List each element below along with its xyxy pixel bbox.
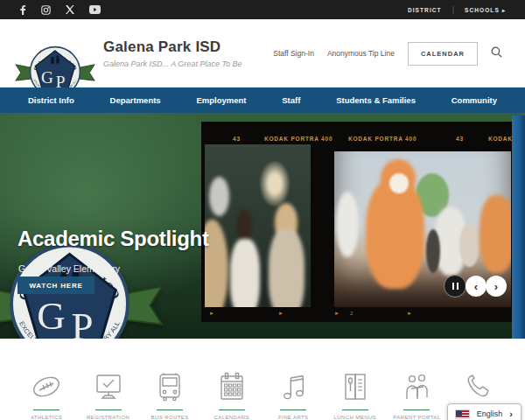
topbar-right: DISTRICT | SCHOOLS▸ bbox=[408, 5, 506, 14]
film-stock-label: KODAK PORTRA 400 bbox=[348, 136, 416, 142]
quicklink-underline bbox=[280, 410, 306, 410]
quicklink-label: FINE ARTS bbox=[278, 415, 309, 420]
quicklink-underline bbox=[95, 410, 122, 410]
film-edge-mark: 2 bbox=[350, 311, 353, 316]
quicklink-label: REGISTRATION bbox=[87, 415, 130, 420]
staff-signin-link[interactable]: Staff Sign-In bbox=[273, 49, 314, 58]
header-actions: Staff Sign-In Anonymous Tip Line CALENDA… bbox=[273, 19, 502, 88]
film-edge-mark: ► bbox=[407, 311, 412, 316]
film-edge-mark: ► bbox=[209, 311, 214, 316]
quicklink-label: PARENT PORTAL bbox=[393, 415, 440, 420]
calendar-icon bbox=[214, 372, 249, 402]
calendar-button[interactable]: CALENDAR bbox=[408, 42, 478, 66]
instagram-icon[interactable] bbox=[41, 5, 51, 15]
quicklink-underline bbox=[157, 410, 183, 410]
quicklink-calendars[interactable]: CALENDARS bbox=[203, 372, 261, 420]
film-stock-label: KODAK PORTRA 400 bbox=[264, 136, 332, 142]
main-navigation: District Info Departments Employment Sta… bbox=[0, 88, 525, 113]
nav-community[interactable]: Community bbox=[452, 95, 497, 105]
nav-district-info[interactable]: District Info bbox=[28, 95, 74, 105]
site-header: Galena Park ISD G P EXCELLENCE IN ALL, F… bbox=[0, 19, 525, 88]
film-frame-number: 43 bbox=[456, 136, 464, 142]
chevron-right-icon: › bbox=[494, 281, 498, 292]
monitor-check-icon bbox=[91, 372, 126, 402]
quicklink-fine-arts[interactable]: FINE ARTS bbox=[264, 372, 322, 420]
chevron-left-icon: ‹ bbox=[474, 281, 478, 292]
quicklink-label: CALENDARS bbox=[214, 415, 249, 420]
top-utility-bar: DISTRICT | SCHOOLS▸ bbox=[0, 0, 525, 19]
quicklink-underline bbox=[403, 410, 430, 410]
quicklink-lunch-menus[interactable]: LUNCH MENUS bbox=[326, 372, 384, 420]
carousel-pause-button[interactable] bbox=[444, 275, 466, 298]
quicklink-parent-portal[interactable]: PARENT PORTAL bbox=[388, 372, 445, 420]
chevron-right-icon: › bbox=[509, 409, 513, 419]
students-icon bbox=[399, 372, 434, 402]
film-stock-label: KODAK PO bbox=[488, 136, 512, 142]
quicklink-bus-routes[interactable]: BUS ROUTES bbox=[141, 372, 199, 420]
carousel-prev-button[interactable]: ‹ bbox=[466, 276, 486, 297]
menu-book-icon bbox=[338, 372, 373, 402]
schools-menu[interactable]: SCHOOLS▸ bbox=[465, 7, 506, 13]
site-title[interactable]: Galena Park ISD bbox=[103, 38, 242, 56]
x-twitter-icon[interactable] bbox=[66, 5, 74, 14]
quicklink-label: LUNCH MENUS bbox=[334, 415, 376, 420]
topbar-divider: | bbox=[452, 5, 454, 14]
spotlight-video-carousel[interactable]: 43 KODAK PORTRA 400 KODAK PORTRA 400 43 … bbox=[201, 122, 512, 322]
us-flag-icon bbox=[455, 410, 470, 419]
site-tagline: Galena Park ISD... A Great Place To Be bbox=[103, 60, 242, 68]
nav-students-families[interactable]: Students & Families bbox=[336, 95, 416, 105]
svg-text:G: G bbox=[41, 68, 53, 87]
quicklink-athletics[interactable]: ATHLETICS bbox=[18, 372, 75, 420]
watch-here-button[interactable]: WATCH HERE bbox=[18, 276, 94, 294]
carousel-next-button[interactable]: › bbox=[486, 276, 507, 297]
quicklink-registration[interactable]: REGISTRATION bbox=[80, 372, 137, 420]
anonymous-tip-line-link[interactable]: Anonymous Tip Line bbox=[327, 49, 395, 58]
spotlight-school-name: Green Valley Elementary bbox=[18, 263, 120, 274]
quicklink-label: ATHLETICS bbox=[31, 415, 62, 420]
football-icon bbox=[29, 372, 64, 402]
next-slide-edge bbox=[512, 116, 525, 340]
nav-employment[interactable]: Employment bbox=[196, 95, 246, 105]
quicklink-label: BUS ROUTES bbox=[151, 415, 189, 420]
district-link[interactable]: DISTRICT bbox=[408, 7, 442, 13]
film-edge-mark: ► bbox=[334, 311, 340, 316]
quicklink-underline bbox=[219, 410, 245, 410]
bus-icon bbox=[152, 372, 187, 402]
nav-departments[interactable]: Departments bbox=[110, 95, 161, 105]
pause-icon bbox=[452, 283, 458, 290]
spotlight-heading: Academic Spotlight bbox=[18, 227, 209, 251]
video-frame-classroom bbox=[205, 144, 311, 307]
svg-text:G: G bbox=[37, 294, 65, 338]
nav-staff[interactable]: Staff bbox=[282, 95, 300, 105]
language-label: English bbox=[477, 410, 503, 418]
hero-section: 43 KODAK PORTRA 400 KODAK PORTRA 400 43 … bbox=[0, 113, 525, 339]
film-frame-number: 43 bbox=[233, 136, 241, 142]
schools-label: SCHOOLS bbox=[465, 7, 500, 13]
language-selector[interactable]: English › bbox=[447, 403, 522, 420]
film-edge-mark: ► bbox=[278, 311, 284, 316]
page: DISTRICT | SCHOOLS▸ Galena Park ISD G P … bbox=[0, 0, 525, 420]
youtube-icon[interactable] bbox=[89, 5, 101, 14]
social-links bbox=[19, 5, 101, 15]
quicklink-underline bbox=[342, 410, 368, 410]
site-title-block: Galena Park ISD Galena Park ISD... A Gre… bbox=[103, 38, 242, 68]
schools-caret-icon: ▸ bbox=[502, 8, 506, 13]
music-note-icon bbox=[276, 372, 311, 402]
quicklink-underline bbox=[33, 410, 60, 410]
phone-icon bbox=[461, 372, 496, 402]
search-icon[interactable] bbox=[491, 46, 502, 61]
facebook-icon[interactable] bbox=[19, 5, 26, 15]
